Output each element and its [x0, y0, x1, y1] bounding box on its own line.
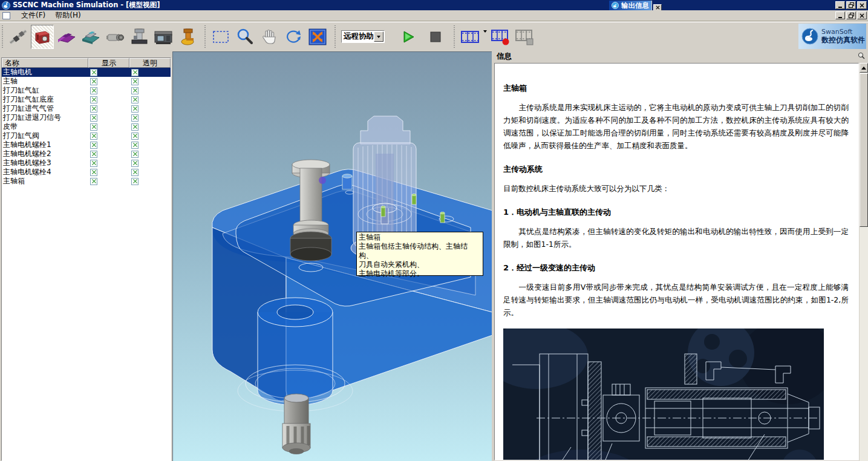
tooltip-line: 主轴电动机等部分。 [359, 269, 481, 278]
cnc-machine-button[interactable] [152, 25, 175, 49]
spindle-unit-button[interactable] [103, 25, 126, 49]
cnc-machine-icon [153, 27, 174, 47]
rotate-button[interactable] [282, 25, 305, 49]
model-viewport[interactable]: 主轴箱 主轴箱包括主轴传动结构、主轴结构、 刀具自动夹紧机构、 主轴电动机等部分… [172, 51, 492, 461]
stop-record-button[interactable] [513, 25, 536, 49]
transparent-checkbox[interactable] [131, 87, 139, 94]
pan-hand-button[interactable] [258, 25, 281, 49]
show-checkbox[interactable] [90, 142, 97, 149]
info-scrollbar[interactable] [860, 63, 868, 461]
toolbar-gripper[interactable] [204, 25, 206, 48]
table-row[interactable]: 主轴电机 [2, 68, 171, 77]
title-bar[interactable]: SSCNC Machine Simulation - [模型视图] 输出信息 [0, 0, 868, 10]
transparent-checkbox[interactable] [131, 151, 139, 158]
transparent-checkbox[interactable] [131, 160, 139, 167]
toolbar-gripper[interactable] [334, 25, 336, 48]
scroll-up-button[interactable] [860, 63, 868, 73]
show-checkbox[interactable] [90, 160, 97, 167]
info-content-area[interactable]: 主轴箱 主传动系统是用来实现机床主运动的，它将主电动机的原动力变成可供主轴上刀具… [494, 63, 859, 460]
tool-changer-button[interactable] [176, 25, 199, 49]
toolbar-gripper[interactable] [454, 25, 455, 48]
transparent-checkbox[interactable] [131, 105, 139, 113]
table-row[interactable]: 主轴电机螺栓2 [2, 149, 171, 159]
restore-button[interactable] [846, 1, 856, 9]
show-checkbox[interactable] [90, 132, 97, 140]
transparent-checkbox[interactable] [131, 69, 139, 76]
spindle-box-button[interactable] [31, 25, 54, 49]
scrollbar-thumb[interactable] [860, 73, 868, 227]
child-restore-button[interactable] [846, 11, 856, 19]
swan-icon [801, 27, 819, 45]
combo-dropdown-button[interactable] [374, 31, 383, 42]
app-icon [2, 1, 10, 10]
arrow-up-icon [861, 67, 866, 70]
logo-line2: 数控仿真软件 [821, 36, 865, 45]
show-checkbox[interactable] [90, 69, 97, 76]
transparent-checkbox[interactable] [131, 78, 139, 85]
show-checkbox[interactable] [90, 105, 97, 113]
table-row[interactable]: 打刀缸进退刀信号 [2, 113, 171, 122]
table-row[interactable]: 打刀缸气阀 [2, 131, 171, 140]
transparent-checkbox[interactable] [131, 114, 139, 122]
select-box-button[interactable] [209, 25, 232, 49]
show-checkbox[interactable] [90, 78, 97, 85]
show-checkbox[interactable] [90, 151, 97, 158]
menu-file[interactable]: 文件(F) [16, 10, 50, 21]
column-header-show[interactable]: 显示 [88, 58, 129, 68]
menu-help[interactable]: 帮助(H) [50, 10, 85, 21]
table-row[interactable]: 主轴电机螺栓4 [2, 168, 171, 177]
play-button[interactable] [397, 25, 420, 49]
table-row[interactable]: 主轴电机螺栓1 [2, 140, 171, 149]
saddle-part-icon [56, 27, 77, 47]
toolbar-gripper[interactable] [2, 25, 4, 48]
table-row[interactable]: 皮带 [2, 122, 171, 131]
saddle-part-button[interactable] [55, 25, 78, 49]
zoom-icon [236, 28, 254, 46]
transparent-checkbox[interactable] [131, 178, 139, 185]
show-cell [88, 114, 129, 122]
child-minimize-button[interactable] [835, 11, 845, 19]
document-icon[interactable] [2, 12, 10, 19]
fit-view-button[interactable] [306, 25, 329, 49]
table-row[interactable]: 主轴电机螺栓3 [2, 159, 171, 168]
transparent-checkbox[interactable] [131, 169, 139, 176]
part-name[interactable]: 主轴箱 [2, 176, 88, 186]
output-window-titlebar[interactable]: 输出信息 [609, 1, 652, 10]
column-header-transparent[interactable]: 透明 [129, 58, 171, 68]
table-row[interactable]: 打刀缸进气气管 [2, 104, 171, 113]
stop-button[interactable] [424, 25, 447, 49]
tooltip-title: 主轴箱 [359, 233, 481, 242]
transparent-checkbox[interactable] [131, 142, 139, 149]
table-row[interactable]: 主轴箱 [2, 177, 171, 186]
film-play-button[interactable] [458, 25, 481, 49]
table-row[interactable]: 主轴 [2, 77, 171, 86]
show-checkbox[interactable] [90, 123, 97, 131]
spindle-figure: 主电机 联轴器 主轴 [503, 329, 824, 460]
ball-screw-button[interactable] [7, 25, 30, 49]
child-close-button[interactable] [857, 11, 867, 19]
fit-view-icon [308, 28, 327, 46]
close-button[interactable] [857, 1, 867, 9]
show-checkbox[interactable] [90, 178, 97, 185]
transparent-checkbox[interactable] [131, 96, 139, 103]
show-checkbox[interactable] [90, 87, 97, 94]
show-cell [88, 142, 129, 149]
table-row[interactable]: 打刀缸气缸底座 [2, 95, 171, 104]
minimize-button[interactable] [835, 1, 845, 9]
column-header-name[interactable]: 名称 [2, 58, 88, 68]
machine-column-button[interactable] [128, 25, 151, 49]
window-title: SSCNC Machine Simulation - [模型视图] [13, 1, 160, 10]
remote-assist-combobox[interactable]: 远程协助 [341, 30, 385, 43]
show-checkbox[interactable] [90, 114, 97, 122]
machine-bed-button[interactable] [79, 25, 102, 49]
film-dropdown-button[interactable] [483, 33, 487, 41]
show-checkbox[interactable] [90, 169, 97, 176]
pin-icon[interactable] [858, 52, 865, 61]
transparent-checkbox[interactable] [131, 123, 139, 131]
transparent-checkbox[interactable] [131, 132, 139, 140]
transparent-cell [129, 178, 171, 185]
table-row[interactable]: 打刀缸气缸 [2, 86, 171, 95]
zoom-button[interactable] [233, 25, 256, 49]
record-button[interactable] [489, 25, 512, 49]
show-checkbox[interactable] [90, 96, 97, 103]
